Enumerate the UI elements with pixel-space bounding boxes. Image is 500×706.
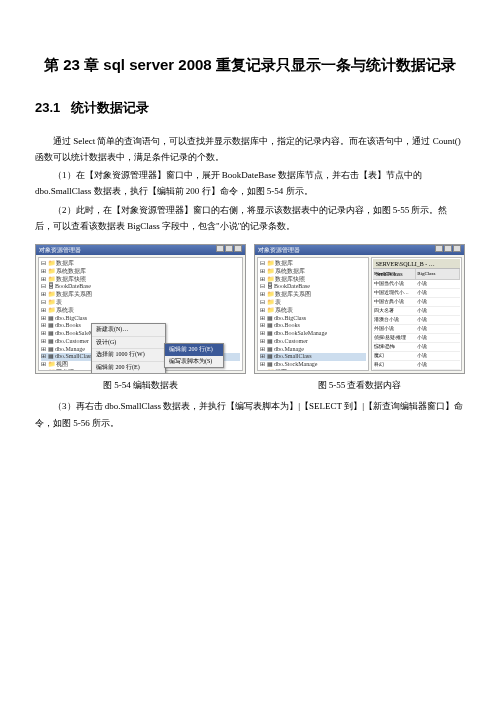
section-title: 23.1 统计数据记录 bbox=[35, 98, 465, 119]
tree-node[interactable]: ⊞ ▦ dbo.Customer bbox=[260, 338, 366, 346]
window-title: 对象资源管理器 bbox=[39, 245, 81, 255]
grid-row[interactable]: 魔幻小说 bbox=[373, 352, 460, 361]
col-header-bigclass[interactable]: BigClass bbox=[416, 269, 460, 279]
window-title: 对象资源管理器 bbox=[258, 245, 300, 255]
window-titlebar: 对象资源管理器 bbox=[255, 245, 464, 255]
tree-node[interactable]: ⊞ ▦ dbo.BookSaleManage bbox=[260, 330, 366, 338]
figure-5-55: 对象资源管理器 ⊟ 📁 数据库 ⊞ 📁 系统数据库 ⊞ 📁 数据库快照 ⊟ 🗄 … bbox=[254, 244, 465, 374]
tree-node-selected[interactable]: ⊞ ▦ dbo.SmallClass bbox=[260, 353, 366, 361]
tree-node[interactable]: ⊞ 📁 系统表 bbox=[260, 307, 366, 315]
grid-row[interactable]: 中国当代小说小说 bbox=[373, 280, 460, 289]
submenu-edit-200[interactable]: 编辑前 200 行(E) bbox=[165, 344, 223, 356]
tree-node[interactable]: ⊟ 📁 数据库 bbox=[260, 260, 366, 268]
tree-node[interactable]: ⊞ 📁 数据库关系图 bbox=[260, 291, 366, 299]
caption-row: 图 5-54 编辑数据表 图 5-55 查看数据内容 bbox=[35, 378, 465, 392]
tree-node[interactable]: ⊟ 🗄 BookDateBase bbox=[260, 283, 366, 291]
grid-row[interactable]: 科幻小说 bbox=[373, 361, 460, 370]
tree-node[interactable]: ⊞ 📁 系统表 bbox=[41, 307, 240, 315]
figures-row: 对象资源管理器 ⊟ 📁 数据库 ⊞ 📁 系统数据库 ⊞ 📁 数据库快照 ⊟ 🗄 … bbox=[35, 244, 465, 374]
grid-header: SmallClass BigClass bbox=[373, 269, 460, 280]
tree-node[interactable]: ⊞ ▦ dbo.BigClass bbox=[41, 315, 240, 323]
menu-item-design[interactable]: 设计(G) bbox=[92, 337, 165, 350]
tree-node[interactable]: ⊞ 📁 系统数据库 bbox=[41, 268, 240, 276]
section-number: 23.1 bbox=[35, 100, 60, 115]
window-controls[interactable] bbox=[434, 245, 461, 255]
paragraph-intro: 通过 Select 简单的查询语句，可以查找并显示数据库中，指定的记录内容。而在… bbox=[35, 133, 465, 165]
editor-tab[interactable]: SERVER\SQLLI_B - …SmallClass bbox=[373, 259, 460, 269]
caption-5-55: 图 5-55 查看数据内容 bbox=[254, 378, 465, 392]
tree-node[interactable]: ⊞ ▦ dbo.Books bbox=[260, 322, 366, 330]
data-grid[interactable]: SERVER\SQLLI_B - …SmallClass SmallClass … bbox=[371, 257, 462, 371]
grid-row[interactable]: 惊悚/恐怖小说 bbox=[373, 343, 460, 352]
tree-view-55[interactable]: ⊟ 📁 数据库 ⊞ 📁 系统数据库 ⊞ 📁 数据库快照 ⊟ 🗄 BookDate… bbox=[257, 257, 369, 371]
grid-row[interactable]: 中国近现代小…小说 bbox=[373, 289, 460, 298]
paragraph-step2: （2）此时，在【对象资源管理器】窗口的右侧，将显示该数据表中的记录内容，如图 5… bbox=[35, 202, 465, 234]
tree-node[interactable]: ⊟ 📁 数据库 bbox=[41, 260, 240, 268]
object-explorer-window-54: 对象资源管理器 ⊟ 📁 数据库 ⊞ 📁 系统数据库 ⊞ 📁 数据库快照 ⊟ 🗄 … bbox=[35, 244, 246, 374]
col-header-smallclass[interactable]: SmallClass bbox=[373, 269, 417, 279]
caption-5-54: 图 5-54 编辑数据表 bbox=[35, 378, 246, 392]
tree-node[interactable]: ⊞ 📁 视图 bbox=[260, 369, 366, 371]
paragraph-step3: （3）再右击 dbo.SmallClass 数据表，并执行【编写表脚本为】|【S… bbox=[35, 398, 465, 430]
menu-item-new-table[interactable]: 新建表(N)… bbox=[92, 324, 165, 337]
grid-row[interactable]: 武侠小说 bbox=[373, 370, 460, 371]
tree-node[interactable]: ⊞ 📁 系统数据库 bbox=[260, 268, 366, 276]
menu-item-select-1000[interactable]: 选择前 1000 行(W) bbox=[92, 349, 165, 362]
object-explorer-window-55: 对象资源管理器 ⊟ 📁 数据库 ⊞ 📁 系统数据库 ⊞ 📁 数据库快照 ⊟ 🗄 … bbox=[254, 244, 465, 374]
tree-node[interactable]: ⊟ 📁 表 bbox=[41, 299, 240, 307]
grid-row[interactable]: 外国小说小说 bbox=[373, 325, 460, 334]
window-titlebar: 对象资源管理器 bbox=[36, 245, 245, 255]
grid-row[interactable]: 侦探/悬疑/推理小说 bbox=[373, 334, 460, 343]
context-submenu[interactable]: 编辑前 200 行(E) 编写表脚本为(S) bbox=[164, 343, 224, 368]
grid-row[interactable]: 中国古典小说小说 bbox=[373, 298, 460, 307]
grid-row[interactable]: 港澳台小说小说 bbox=[373, 316, 460, 325]
tree-node[interactable]: ⊞ ▦ dbo.Manage bbox=[260, 346, 366, 354]
submenu-script[interactable]: 编写表脚本为(S) bbox=[165, 356, 223, 368]
tree-node[interactable]: ⊞ 📁 数据库关系图 bbox=[41, 291, 240, 299]
chapter-title: 第 23 章 sql server 2008 重复记录只显示一条与统计数据记录 bbox=[35, 50, 465, 80]
paragraph-step1: （1）在【对象资源管理器】窗口中，展开 BookDateBase 数据库节点，并… bbox=[35, 167, 465, 199]
tree-node[interactable]: ⊞ ▦ dbo.BigClass bbox=[260, 315, 366, 323]
grid-row[interactable]: 四大名著小说 bbox=[373, 307, 460, 316]
figure-5-54: 对象资源管理器 ⊟ 📁 数据库 ⊞ 📁 系统数据库 ⊞ 📁 数据库快照 ⊟ 🗄 … bbox=[35, 244, 246, 374]
tree-node[interactable]: ⊞ ▦ dbo.StockManage bbox=[260, 361, 366, 369]
tree-node[interactable]: ⊟ 📁 表 bbox=[260, 299, 366, 307]
context-menu[interactable]: 新建表(N)… 设计(G) 选择前 1000 行(W) 编辑前 200 行(E)… bbox=[91, 323, 166, 374]
menu-item-edit-200[interactable]: 编辑前 200 行(E) bbox=[92, 362, 165, 374]
section-heading: 统计数据记录 bbox=[71, 100, 149, 115]
window-controls[interactable] bbox=[215, 245, 242, 255]
tree-node[interactable]: ⊟ 🗄 BookDateBase bbox=[41, 283, 240, 291]
